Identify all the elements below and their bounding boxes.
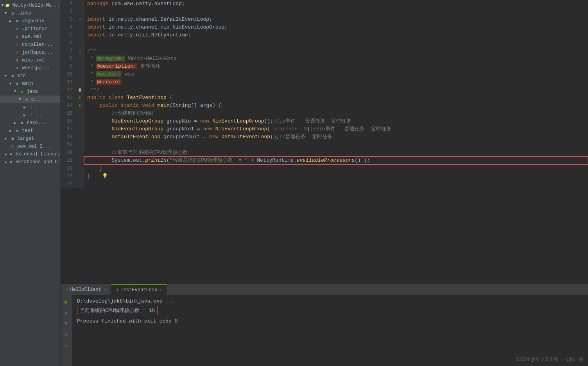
file-xml-icon: x [14,57,20,63]
arrow-icon: ▶ [9,19,13,23]
tab-close-testeventloop[interactable]: ✕ [160,288,162,292]
sidebar-item-test[interactable]: ▶ ■ test [0,127,60,135]
bulb-icon[interactable]: 💡 [102,173,108,179]
sidebar-item-label: misc.xml [22,58,45,63]
line-num-20: 20 [61,149,76,157]
sidebar-item-pom[interactable]: ▶ m pom.xml 2... [0,142,60,150]
run-command-line: D:\develop\jdk8\bin\java.exe ... [77,298,583,304]
code-line-18: 18 DefaultEventLoop groupDefault = new D… [61,133,588,141]
run-close-button[interactable]: ✕ [62,341,71,350]
code-content[interactable]: 1 package com.wsw.netty.eventLoop; 2 3 ⊟ [61,0,588,284]
line-num-15: 15 [61,110,76,117]
sidebar-item-misc[interactable]: ▶ x misc.xml [0,56,60,64]
gutter-6 [76,39,84,47]
run-scroll-down-button[interactable]: ▼ [62,319,71,328]
sidebar-item-label: workspa... [22,65,50,71]
sidebar-item-src[interactable]: ▼ ■ src [0,72,60,80]
run-icon-14[interactable]: ▶ [79,102,81,110]
tab-testeventloop[interactable]: J TestEventLoop ✕ [111,284,167,295]
gutter-1 [76,0,84,8]
line-content-20: //获取当前系统的CPU物理核心数 [84,149,588,157]
folder-icon: ■ [9,73,16,79]
sidebar-item-compiler[interactable]: ▶ x compiler... [0,41,60,49]
sidebar-item-reso[interactable]: ▶ ■ reso... [0,119,60,127]
sidebar-item-label: main [22,81,33,87]
tab-icon: J [65,287,68,292]
gutter-23 [76,172,84,180]
gutter-22 [76,164,84,172]
file-java-icon: J [28,112,34,118]
line-content-1: package com.wsw.netty.eventLoop; [84,0,588,8]
code-line-13: 13 ▶ public class TestEventLoop { [61,94,588,102]
code-line-5: 5 ⊟ import io.netty.util.NettyRuntime; [61,31,588,39]
sidebar-item-target[interactable]: ▶ ■ target [0,135,60,142]
folder-scratch-icon: ■ [7,159,14,165]
sidebar-item-main[interactable]: ▼ ■ main [0,80,60,88]
output-result: 当前系统的CPU物理核心数 = 16 [77,306,158,315]
line-content-21: System.out.println("当前系统的CPU物理核心数 = " + … [84,157,588,164]
sidebar-item-label: src [17,73,26,79]
sidebar-item-gitignore[interactable]: ▶ ⚙ .gitignor [0,25,60,33]
run-play-button[interactable]: ▶ [62,297,71,306]
sidebar-item-c1[interactable]: ▼ ■ c... [0,96,60,103]
gutter-3: ⊟ [76,16,84,23]
project-sidebar: ▼ 📁 Netty-Hello-Wo... ▼ ■ .idea ▶ ■ Zepp… [0,0,61,366]
code-line-19: 19 [61,141,588,149]
folder-target-icon: ■ [9,135,16,142]
sidebar-item-file2[interactable]: ▶ J ... [0,111,60,119]
line-num-10: 10 [61,70,76,78]
file-xml-red-icon: x [14,49,20,56]
sidebar-item-jarrepos[interactable]: ▶ x jarRepos... [0,49,60,56]
gutter-2 [76,8,84,16]
sidebar-item-label: c... [31,97,43,102]
gutter-8 [76,55,84,63]
line-content-11: * @create: [84,78,588,86]
folder-icon: ■ [9,10,16,16]
gutter-16 [76,117,84,125]
line-num-9: 9 [61,63,76,70]
sidebar-item-idea[interactable]: ▼ ■ .idea [0,9,60,17]
arrow-icon: ▼ [2,4,4,7]
tab-label: HelloClient [70,287,101,292]
folder-icon: ■ [23,96,30,103]
folder-icon: ■ [14,128,20,134]
line-num-3: 3 [61,16,76,23]
line-num-5: 5 [61,31,76,39]
run-settings-button[interactable]: ⚙ [62,330,71,339]
folder-icon: ■ [19,120,25,126]
code-line-7: 7 ⊟ /** [61,47,588,55]
gutter-13: ▶ [76,94,84,102]
tab-helloclient[interactable]: J HelloClient ✕ [61,284,111,295]
code-line-24: 24 [61,180,588,188]
sidebar-item-label: Zeppelin [22,18,45,24]
sidebar-item-zeppelin[interactable]: ▶ ■ Zeppelin [0,17,60,25]
sidebar-item-label: compiler... [22,42,53,47]
sidebar-item-file1[interactable]: ▶ J ... [0,103,60,111]
sidebar-item-workspace[interactable]: ▶ x workspa... [0,64,60,72]
bottom-output: D:\develop\jdk8\bin\java.exe ... 当前系统的CP… [72,295,588,366]
tab-icon: J [116,288,118,292]
line-content-3: import io.netty.channel.DefaultEventLoop… [84,16,588,23]
sidebar-item-java[interactable]: ▼ ■ java [0,88,60,96]
line-num-23: 23 [61,172,76,180]
run-toolbar: ▶ ▲ ▼ ⚙ ✕ [61,295,72,366]
code-line-23: 23 }💡 [61,172,588,180]
run-scroll-up-button[interactable]: ▲ [62,308,71,317]
code-lines: 1 package com.wsw.netty.eventLoop; 2 3 ⊟ [61,0,588,188]
line-num-17: 17 [61,125,76,133]
watermark: CSDN @滑上又滑落 一收和一放 [516,356,583,363]
tab-close-helloclient[interactable]: ✕ [104,287,106,292]
run-icon-13[interactable]: ▶ [79,94,81,102]
output-highlighted-line: 当前系统的CPU物理核心数 = 16 [77,306,583,317]
code-line-16: 16 NioEventLoopGroup groupNio = new NioE… [61,117,588,125]
line-num-12: 12 [61,86,76,94]
sidebar-item-scratches[interactable]: ▶ ■ Scratches and C... [0,158,60,166]
sidebar-item-extlib[interactable]: ▶ ■ External Librarie... [0,150,60,158]
line-content-22: } [84,164,588,172]
line-num-6: 6 [61,39,76,47]
gutter-10 [76,70,84,78]
sidebar-item-aws[interactable]: ▶ x aws.xml [0,33,60,41]
sidebar-item-root[interactable]: ▼ 📁 Netty-Hello-Wo... [0,2,60,9]
code-line-21: 21 System.out.println("当前系统的CPU物理核心数 = "… [61,157,588,164]
arrow-icon: ▶ [5,137,9,141]
